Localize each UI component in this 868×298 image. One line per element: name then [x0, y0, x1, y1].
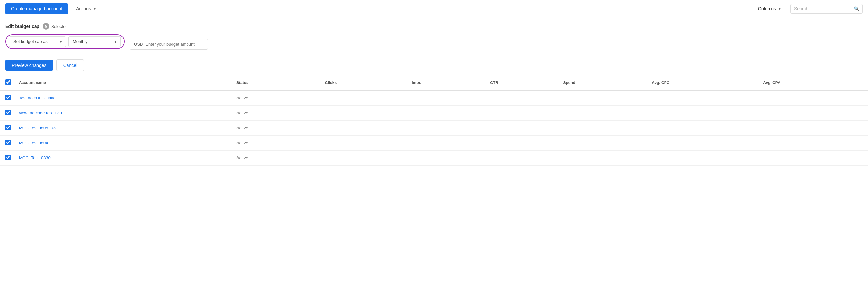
cell-status: Active [231, 151, 320, 166]
frequency-select[interactable]: Monthly Daily Weekly [68, 36, 121, 47]
cell-status: Active [231, 106, 320, 121]
cell-ctr: — [485, 106, 558, 121]
row-checkbox[interactable] [5, 110, 11, 115]
actions-dropdown-button[interactable]: Actions ▼ [72, 3, 100, 14]
select-all-cell [0, 75, 14, 90]
cell-account-name: view tag code test 1210 [14, 106, 231, 121]
row-checkbox-cell [0, 151, 14, 166]
cell-impr: — [407, 106, 485, 121]
table-body: Test account - Ilana Active — — — — — — … [0, 90, 868, 166]
table-row: MCC Test 0805_US Active — — — — — — [0, 121, 868, 136]
cell-ctr: — [485, 151, 558, 166]
table-header: Account name Status Clicks Impr. CTR Spe… [0, 75, 868, 90]
col-status: Status [231, 75, 320, 90]
preview-changes-button[interactable]: Preview changes [5, 60, 53, 71]
cell-account-name: Test account - Ilana [14, 90, 231, 106]
currency-label: USD [134, 42, 143, 47]
cell-avg-cpa: — [758, 121, 868, 136]
cell-impr: — [407, 151, 485, 166]
actions-label: Actions [76, 6, 91, 11]
account-link[interactable]: view tag code test 1210 [19, 111, 64, 115]
cell-account-name: MCC Test 0804 [14, 136, 231, 151]
search-input[interactable] [794, 6, 851, 11]
cell-avg-cpa: — [758, 136, 868, 151]
cell-avg-cpa: — [758, 151, 868, 166]
col-clicks: Clicks [320, 75, 407, 90]
cell-spend: — [558, 90, 647, 106]
cell-impr: — [407, 90, 485, 106]
cell-impr: — [407, 121, 485, 136]
selected-badge: 5 Selected [43, 23, 68, 30]
columns-label: Columns [758, 6, 776, 11]
cell-impr: — [407, 136, 485, 151]
row-checkbox-cell [0, 106, 14, 121]
col-impr: Impr. [407, 75, 485, 90]
cell-avg-cpc: — [647, 136, 758, 151]
account-link[interactable]: MCC_Test_0330 [19, 155, 51, 160]
set-budget-cap-select[interactable]: Set budget cap as Increase by % Decrease… [9, 36, 66, 47]
create-managed-account-button[interactable]: Create managed account [5, 3, 68, 14]
cell-clicks: — [320, 136, 407, 151]
budget-amount-field: USD [130, 39, 208, 50]
cell-avg-cpa: — [758, 90, 868, 106]
cell-account-name: MCC_Test_0330 [14, 151, 231, 166]
cancel-button[interactable]: Cancel [56, 59, 85, 71]
row-checkbox[interactable] [5, 94, 11, 100]
row-checkbox-cell [0, 121, 14, 136]
cell-spend: — [558, 136, 647, 151]
frequency-wrapper: Monthly Daily Weekly ▼ [68, 36, 121, 47]
cell-avg-cpa: — [758, 106, 868, 121]
cell-ctr: — [485, 136, 558, 151]
cell-avg-cpc: — [647, 151, 758, 166]
budget-amount-input[interactable] [146, 42, 204, 47]
col-ctr: CTR [485, 75, 558, 90]
accounts-table: Account name Status Clicks Impr. CTR Spe… [0, 75, 868, 166]
cell-clicks: — [320, 90, 407, 106]
row-checkbox-cell [0, 136, 14, 151]
table-row: MCC Test 0804 Active — — — — — — [0, 136, 868, 151]
cell-status: Active [231, 121, 320, 136]
cell-spend: — [558, 106, 647, 121]
row-checkbox[interactable] [5, 124, 11, 130]
cell-clicks: — [320, 151, 407, 166]
budget-title: Edit budget cap [5, 24, 39, 29]
cell-account-name: MCC Test 0805_US [14, 121, 231, 136]
cell-spend: — [558, 151, 647, 166]
col-avg-cpa: Avg. CPA [758, 75, 868, 90]
cell-avg-cpc: — [647, 106, 758, 121]
cell-ctr: — [485, 121, 558, 136]
search-icon: 🔍 [854, 6, 859, 11]
account-link[interactable]: MCC Test 0804 [19, 141, 48, 145]
row-checkbox-cell [0, 90, 14, 106]
table-row: Test account - Ilana Active — — — — — — [0, 90, 868, 106]
table-container: Account name Status Clicks Impr. CTR Spe… [0, 75, 868, 166]
account-link[interactable]: Test account - Ilana [19, 95, 56, 100]
cell-status: Active [231, 136, 320, 151]
budget-section: Edit budget cap 5 Selected Set budget ca… [0, 18, 868, 75]
search-container: 🔍 [790, 4, 863, 14]
budget-controls-wrapper: Set budget cap as Increase by % Decrease… [5, 34, 125, 49]
col-spend: Spend [558, 75, 647, 90]
set-budget-cap-wrapper: Set budget cap as Increase by % Decrease… [9, 36, 66, 47]
col-account-name: Account name [14, 75, 231, 90]
cell-spend: — [558, 121, 647, 136]
columns-button[interactable]: Columns ▼ [755, 4, 784, 13]
cell-clicks: — [320, 121, 407, 136]
select-all-checkbox[interactable] [5, 79, 11, 85]
table-row: view tag code test 1210 Active — — — — —… [0, 106, 868, 121]
row-checkbox[interactable] [5, 154, 11, 160]
cell-clicks: — [320, 106, 407, 121]
budget-header: Edit budget cap 5 Selected [5, 23, 863, 30]
budget-actions: Preview changes Cancel [5, 59, 863, 71]
table-row: MCC_Test_0330 Active — — — — — — [0, 151, 868, 166]
col-avg-cpc: Avg. CPC [647, 75, 758, 90]
account-link[interactable]: MCC Test 0805_US [19, 125, 56, 130]
row-checkbox[interactable] [5, 140, 11, 145]
selected-label: Selected [51, 24, 68, 29]
columns-chevron-icon: ▼ [778, 7, 781, 11]
selected-count: 5 [43, 23, 49, 30]
actions-chevron-icon: ▼ [93, 7, 96, 11]
toolbar: Create managed account Actions ▼ Columns… [0, 0, 868, 18]
toolbar-right: Columns ▼ 🔍 [755, 4, 863, 14]
cell-avg-cpc: — [647, 121, 758, 136]
